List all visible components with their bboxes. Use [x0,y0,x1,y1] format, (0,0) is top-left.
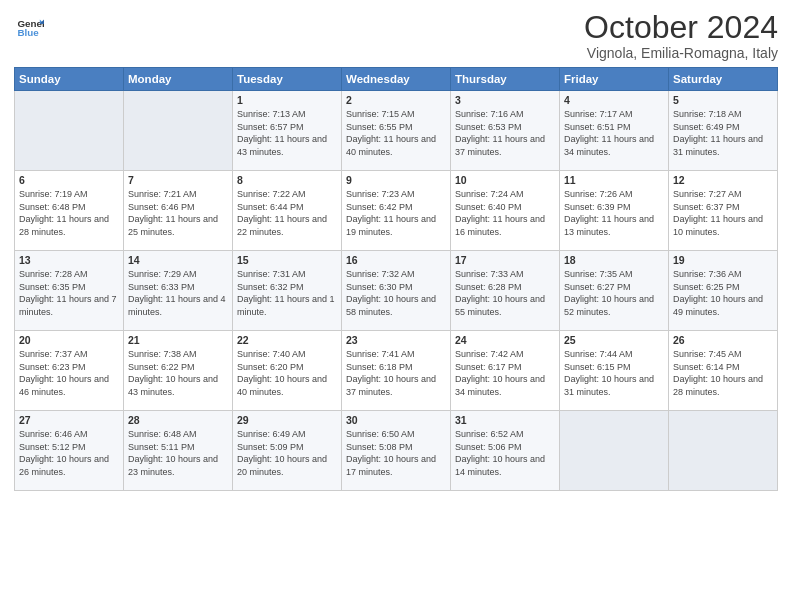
calendar-cell: 30Sunrise: 6:50 AM Sunset: 5:08 PM Dayli… [342,411,451,491]
day-info: Sunrise: 7:26 AM Sunset: 6:39 PM Dayligh… [564,188,664,238]
header: General Blue October 2024 Vignola, Emili… [14,10,778,61]
header-wednesday: Wednesday [342,68,451,91]
day-number: 30 [346,414,446,426]
day-info: Sunrise: 7:22 AM Sunset: 6:44 PM Dayligh… [237,188,337,238]
day-info: Sunrise: 7:17 AM Sunset: 6:51 PM Dayligh… [564,108,664,158]
calendar-cell [560,411,669,491]
calendar-cell: 2Sunrise: 7:15 AM Sunset: 6:55 PM Daylig… [342,91,451,171]
day-number: 23 [346,334,446,346]
day-info: Sunrise: 7:36 AM Sunset: 6:25 PM Dayligh… [673,268,773,318]
calendar-page: General Blue October 2024 Vignola, Emili… [0,0,792,612]
calendar-cell: 9Sunrise: 7:23 AM Sunset: 6:42 PM Daylig… [342,171,451,251]
day-info: Sunrise: 7:31 AM Sunset: 6:32 PM Dayligh… [237,268,337,318]
title-block: October 2024 Vignola, Emilia-Romagna, It… [584,10,778,61]
calendar-cell: 7Sunrise: 7:21 AM Sunset: 6:46 PM Daylig… [124,171,233,251]
day-number: 29 [237,414,337,426]
day-number: 2 [346,94,446,106]
day-number: 24 [455,334,555,346]
calendar-cell: 21Sunrise: 7:38 AM Sunset: 6:22 PM Dayli… [124,331,233,411]
calendar-cell: 3Sunrise: 7:16 AM Sunset: 6:53 PM Daylig… [451,91,560,171]
calendar-cell: 20Sunrise: 7:37 AM Sunset: 6:23 PM Dayli… [15,331,124,411]
day-number: 28 [128,414,228,426]
calendar-cell [124,91,233,171]
logo-icon: General Blue [16,14,44,42]
calendar-cell: 5Sunrise: 7:18 AM Sunset: 6:49 PM Daylig… [669,91,778,171]
day-number: 16 [346,254,446,266]
location: Vignola, Emilia-Romagna, Italy [584,45,778,61]
calendar-cell: 4Sunrise: 7:17 AM Sunset: 6:51 PM Daylig… [560,91,669,171]
calendar-cell: 6Sunrise: 7:19 AM Sunset: 6:48 PM Daylig… [15,171,124,251]
day-info: Sunrise: 7:45 AM Sunset: 6:14 PM Dayligh… [673,348,773,398]
calendar-cell: 23Sunrise: 7:41 AM Sunset: 6:18 PM Dayli… [342,331,451,411]
day-info: Sunrise: 7:16 AM Sunset: 6:53 PM Dayligh… [455,108,555,158]
day-number: 25 [564,334,664,346]
day-info: Sunrise: 7:33 AM Sunset: 6:28 PM Dayligh… [455,268,555,318]
calendar-table: Sunday Monday Tuesday Wednesday Thursday… [14,67,778,491]
calendar-cell: 18Sunrise: 7:35 AM Sunset: 6:27 PM Dayli… [560,251,669,331]
day-info: Sunrise: 7:23 AM Sunset: 6:42 PM Dayligh… [346,188,446,238]
day-number: 21 [128,334,228,346]
day-info: Sunrise: 7:21 AM Sunset: 6:46 PM Dayligh… [128,188,228,238]
calendar-row-1: 1Sunrise: 7:13 AM Sunset: 6:57 PM Daylig… [15,91,778,171]
calendar-row-5: 27Sunrise: 6:46 AM Sunset: 5:12 PM Dayli… [15,411,778,491]
day-number: 6 [19,174,119,186]
day-number: 9 [346,174,446,186]
calendar-cell: 12Sunrise: 7:27 AM Sunset: 6:37 PM Dayli… [669,171,778,251]
calendar-cell: 27Sunrise: 6:46 AM Sunset: 5:12 PM Dayli… [15,411,124,491]
calendar-cell [669,411,778,491]
day-number: 18 [564,254,664,266]
header-thursday: Thursday [451,68,560,91]
day-number: 1 [237,94,337,106]
calendar-cell: 26Sunrise: 7:45 AM Sunset: 6:14 PM Dayli… [669,331,778,411]
day-info: Sunrise: 6:50 AM Sunset: 5:08 PM Dayligh… [346,428,446,478]
day-number: 12 [673,174,773,186]
day-number: 14 [128,254,228,266]
calendar-cell [15,91,124,171]
day-number: 4 [564,94,664,106]
day-info: Sunrise: 6:48 AM Sunset: 5:11 PM Dayligh… [128,428,228,478]
day-number: 20 [19,334,119,346]
day-number: 10 [455,174,555,186]
day-number: 5 [673,94,773,106]
day-info: Sunrise: 7:24 AM Sunset: 6:40 PM Dayligh… [455,188,555,238]
day-number: 15 [237,254,337,266]
day-info: Sunrise: 7:32 AM Sunset: 6:30 PM Dayligh… [346,268,446,318]
day-info: Sunrise: 7:38 AM Sunset: 6:22 PM Dayligh… [128,348,228,398]
day-info: Sunrise: 7:37 AM Sunset: 6:23 PM Dayligh… [19,348,119,398]
day-info: Sunrise: 7:15 AM Sunset: 6:55 PM Dayligh… [346,108,446,158]
day-info: Sunrise: 7:35 AM Sunset: 6:27 PM Dayligh… [564,268,664,318]
day-info: Sunrise: 7:18 AM Sunset: 6:49 PM Dayligh… [673,108,773,158]
days-header-row: Sunday Monday Tuesday Wednesday Thursday… [15,68,778,91]
day-info: Sunrise: 6:46 AM Sunset: 5:12 PM Dayligh… [19,428,119,478]
day-number: 19 [673,254,773,266]
calendar-cell: 1Sunrise: 7:13 AM Sunset: 6:57 PM Daylig… [233,91,342,171]
day-info: Sunrise: 7:29 AM Sunset: 6:33 PM Dayligh… [128,268,228,318]
day-info: Sunrise: 7:42 AM Sunset: 6:17 PM Dayligh… [455,348,555,398]
calendar-row-4: 20Sunrise: 7:37 AM Sunset: 6:23 PM Dayli… [15,331,778,411]
day-info: Sunrise: 7:28 AM Sunset: 6:35 PM Dayligh… [19,268,119,318]
logo: General Blue [14,14,44,42]
day-info: Sunrise: 7:27 AM Sunset: 6:37 PM Dayligh… [673,188,773,238]
day-info: Sunrise: 6:52 AM Sunset: 5:06 PM Dayligh… [455,428,555,478]
calendar-cell: 10Sunrise: 7:24 AM Sunset: 6:40 PM Dayli… [451,171,560,251]
day-number: 22 [237,334,337,346]
day-info: Sunrise: 7:44 AM Sunset: 6:15 PM Dayligh… [564,348,664,398]
calendar-cell: 24Sunrise: 7:42 AM Sunset: 6:17 PM Dayli… [451,331,560,411]
day-number: 17 [455,254,555,266]
calendar-cell: 14Sunrise: 7:29 AM Sunset: 6:33 PM Dayli… [124,251,233,331]
calendar-row-2: 6Sunrise: 7:19 AM Sunset: 6:48 PM Daylig… [15,171,778,251]
calendar-cell: 8Sunrise: 7:22 AM Sunset: 6:44 PM Daylig… [233,171,342,251]
calendar-cell: 11Sunrise: 7:26 AM Sunset: 6:39 PM Dayli… [560,171,669,251]
header-friday: Friday [560,68,669,91]
day-number: 27 [19,414,119,426]
day-info: Sunrise: 7:40 AM Sunset: 6:20 PM Dayligh… [237,348,337,398]
month-title: October 2024 [584,10,778,45]
day-number: 11 [564,174,664,186]
calendar-cell: 17Sunrise: 7:33 AM Sunset: 6:28 PM Dayli… [451,251,560,331]
day-number: 3 [455,94,555,106]
calendar-cell: 22Sunrise: 7:40 AM Sunset: 6:20 PM Dayli… [233,331,342,411]
day-number: 26 [673,334,773,346]
calendar-cell: 25Sunrise: 7:44 AM Sunset: 6:15 PM Dayli… [560,331,669,411]
day-number: 13 [19,254,119,266]
day-info: Sunrise: 7:41 AM Sunset: 6:18 PM Dayligh… [346,348,446,398]
